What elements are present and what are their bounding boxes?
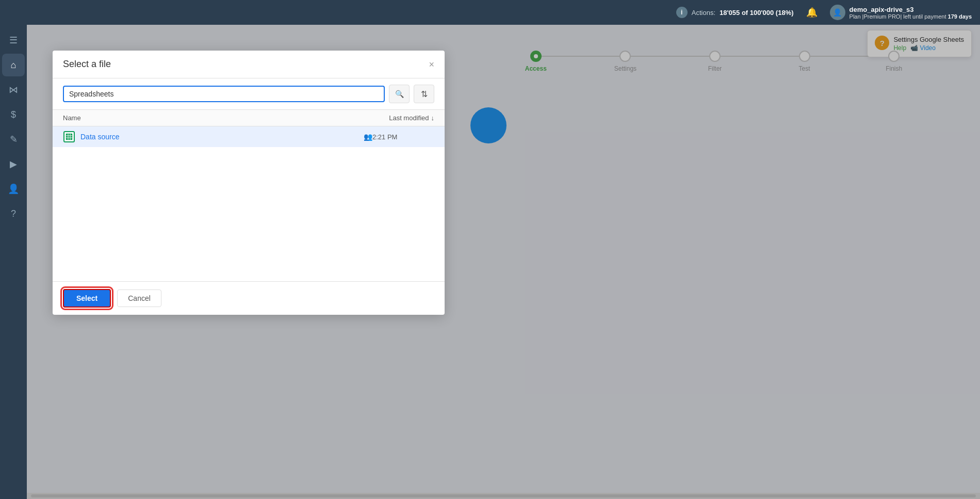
sidebar-item-billing[interactable]: $ [2,103,25,126]
notifications-bell-icon[interactable]: 🔔 [806,7,818,18]
table-header: Name Last modified ↓ [53,110,445,126]
modal-toolbar: 🔍 ⇅ [53,78,445,110]
col-name-header: Name [63,114,389,122]
actions-info: i Actions: 18'055 of 100'000 (18%) [676,7,794,18]
actions-label: Actions: [692,9,715,17]
close-button[interactable]: × [429,60,434,69]
select-file-dialog: Select a file × 🔍 ⇅ [53,51,445,315]
table-row[interactable]: Data source 👥 2:21 PM [53,126,445,147]
search-input[interactable] [63,86,385,102]
user-info: demo_apix-drive_s3 Plan |Premium PRO| le… [850,6,972,20]
shared-icon: 👥 [364,133,372,141]
sidebar: ☰ ⌂ ⋈ $ ✎ ▶ 👤 ? [0,25,27,499]
sidebar-item-media[interactable]: ▶ [2,153,25,175]
sidebar-item-profile[interactable]: 👤 [2,178,25,200]
file-modified: 2:21 PM [372,133,434,141]
sort-icon: ⇅ [421,89,428,99]
sidebar-item-menu[interactable]: ☰ [2,29,25,52]
sort-down-icon: ↓ [431,114,435,122]
modal-body: Data source 👥 2:21 PM [53,126,445,281]
search-icon: 🔍 [395,90,404,98]
file-name: Data source [80,133,361,141]
svg-rect-0 [66,134,72,140]
modal-header: Select a file × [53,51,445,78]
topbar: i Actions: 18'055 of 100'000 (18%) 🔔 👤 d… [0,0,980,25]
content-area: ? Settings Google Sheets Help 📹 Video Ac… [27,25,980,499]
sidebar-item-tools[interactable]: ✎ [2,128,25,151]
user-plan: Plan |Premium PRO| left until payment 17… [850,13,972,20]
cancel-button[interactable]: Cancel [117,289,161,307]
modal-overlay: Select a file × 🔍 ⇅ [27,25,980,499]
sidebar-item-help[interactable]: ? [2,202,25,225]
select-button[interactable]: Select [63,289,111,308]
info-icon: i [676,7,688,18]
modal-footer: Select Cancel [53,281,445,315]
modal-title: Select a file [63,59,111,70]
sidebar-item-home[interactable]: ⌂ [2,54,25,76]
user-name: demo_apix-drive_s3 [850,6,972,13]
actions-count: 18'055 of 100'000 (18%) [720,9,794,17]
search-button[interactable]: 🔍 [389,85,410,103]
main-layout: ☰ ⌂ ⋈ $ ✎ ▶ 👤 ? ? Settings Google Sheets… [0,25,980,499]
avatar: 👤 [830,5,845,20]
sidebar-item-diagram[interactable]: ⋈ [2,78,25,101]
user-section: 👤 demo_apix-drive_s3 Plan |Premium PRO| … [830,5,972,20]
sort-button[interactable]: ⇅ [414,85,434,103]
sheets-file-icon [63,131,75,143]
page-background: ? Settings Google Sheets Help 📹 Video Ac… [27,25,980,499]
col-modified-header[interactable]: Last modified ↓ [389,114,434,122]
